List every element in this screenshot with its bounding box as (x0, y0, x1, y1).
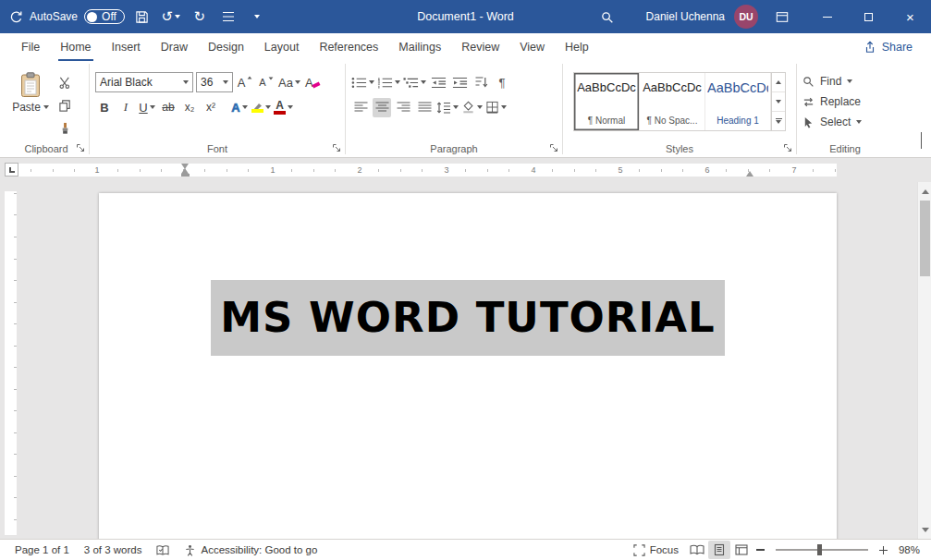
underline-button[interactable]: U (138, 98, 156, 117)
styles-more-button[interactable] (772, 112, 785, 130)
shading-button[interactable] (461, 98, 483, 117)
shrink-font-button[interactable]: A (257, 73, 276, 92)
autosave-toggle[interactable]: Off (84, 9, 125, 24)
search-icon[interactable] (596, 5, 619, 29)
styles-dialog-launcher[interactable] (783, 143, 792, 152)
horizontal-ruler[interactable]: 1 1 2 3 4 5 6 7 (18, 164, 837, 177)
ribbon-tab-bar: File Home Insert Draw Design Layout Refe… (0, 33, 931, 61)
quick-access-list-icon[interactable] (217, 5, 239, 29)
replace-button[interactable]: Replace (802, 92, 888, 111)
close-button[interactable]: × (889, 0, 931, 33)
focus-button[interactable]: Focus (626, 540, 686, 560)
page-number-status[interactable]: Page 1 of 1 (7, 540, 77, 560)
web-layout-button[interactable] (730, 541, 753, 559)
document-page[interactable]: MS WORD TUTORIAL (99, 193, 837, 539)
text-highlight-button[interactable] (251, 98, 271, 117)
zoom-slider[interactable] (776, 549, 868, 551)
word-count-status[interactable]: 3 of 3 words (77, 540, 150, 560)
share-button[interactable]: Share (864, 41, 931, 54)
align-left-button[interactable] (351, 98, 370, 117)
scrollbar-thumb[interactable] (920, 201, 930, 276)
read-mode-button[interactable] (686, 541, 708, 559)
change-case-button[interactable]: Aa (278, 73, 300, 92)
superscript-button[interactable]: x² (202, 98, 220, 117)
zoom-level[interactable]: 98% (891, 544, 924, 555)
numbering-button[interactable] (377, 73, 400, 92)
zoom-slider-thumb[interactable] (817, 544, 822, 555)
right-indent-marker[interactable] (746, 171, 753, 177)
minimize-button[interactable] (806, 0, 848, 33)
multilevel-list-button[interactable] (403, 73, 426, 92)
paragraph-dialog-launcher[interactable] (549, 143, 558, 152)
subscript-button[interactable]: x₂ (180, 98, 199, 117)
accessibility-label: Accessibility: Good to go (201, 544, 317, 555)
undo-button[interactable]: ↺ (160, 5, 182, 29)
find-button[interactable]: Find (802, 72, 888, 91)
tab-help[interactable]: Help (555, 33, 599, 61)
borders-button[interactable] (485, 98, 507, 117)
grow-font-button[interactable]: A (236, 73, 254, 92)
clipboard-dialog-launcher[interactable] (76, 143, 85, 152)
italic-button[interactable]: I (116, 98, 135, 117)
bullets-button[interactable] (351, 73, 374, 92)
align-center-button[interactable] (373, 98, 391, 117)
font-name-combo[interactable]: Arial Black (95, 72, 193, 92)
align-right-button[interactable] (394, 98, 412, 117)
accessibility-status[interactable]: Accessibility: Good to go (177, 540, 325, 560)
justify-button[interactable] (415, 98, 434, 117)
style-normal[interactable]: AaBbCcDc ¶ Normal (574, 73, 640, 130)
style-heading-1[interactable]: AaBbCcDd Heading 1 (705, 73, 771, 130)
select-button[interactable]: Select (802, 113, 888, 131)
font-color-button[interactable]: A (274, 98, 293, 117)
autosave-sync-icon (9, 10, 23, 24)
cut-button[interactable] (55, 73, 74, 92)
line-spacing-button[interactable] (436, 98, 459, 117)
customize-toolbar-button[interactable] (246, 5, 268, 29)
left-indent-marker[interactable] (181, 174, 190, 177)
ruler-number: 5 (616, 164, 624, 177)
tab-design[interactable]: Design (198, 33, 254, 61)
sort-button[interactable] (472, 73, 490, 92)
scroll-up-button[interactable] (918, 186, 931, 197)
copy-button[interactable] (55, 96, 74, 116)
tab-review[interactable]: Review (451, 33, 509, 61)
tab-draw[interactable]: Draw (151, 33, 198, 61)
zoom-in-button[interactable] (876, 540, 891, 560)
scroll-down-button[interactable] (918, 524, 931, 535)
tab-file[interactable]: File (11, 33, 50, 61)
vertical-ruler[interactable] (5, 191, 17, 535)
zoom-out-button[interactable] (753, 540, 768, 560)
tab-view[interactable]: View (509, 33, 555, 61)
selected-text[interactable]: MS WORD TUTORIAL (211, 280, 725, 356)
tab-mailings[interactable]: Mailings (388, 33, 451, 61)
tab-selector[interactable] (5, 163, 18, 177)
paste-button[interactable]: Paste (9, 72, 52, 139)
user-name[interactable]: Daniel Uchenna (646, 10, 725, 23)
font-dialog-launcher[interactable] (332, 143, 341, 152)
tab-layout[interactable]: Layout (254, 33, 310, 61)
ribbon-display-options-icon[interactable] (771, 5, 793, 29)
tab-references[interactable]: References (309, 33, 388, 61)
proofing-status[interactable] (149, 540, 177, 560)
styles-scroll-down-button[interactable] (772, 92, 785, 112)
show-hide-marks-button[interactable]: ¶ (493, 73, 511, 92)
avatar[interactable]: DU (734, 5, 758, 29)
font-size-combo[interactable]: 36 (196, 72, 233, 92)
strikethrough-button[interactable]: ab (159, 98, 178, 117)
redo-button[interactable]: ↻ (189, 5, 211, 29)
clear-formatting-button[interactable]: A (303, 73, 322, 92)
tab-home[interactable]: Home (50, 33, 101, 61)
save-button[interactable] (131, 5, 153, 29)
tab-insert[interactable]: Insert (102, 33, 151, 61)
print-layout-button[interactable] (708, 541, 730, 559)
format-painter-button[interactable] (55, 119, 74, 139)
collapse-ribbon-button[interactable] (921, 133, 922, 150)
style-no-spacing[interactable]: AaBbCcDc ¶ No Spac... (640, 73, 705, 130)
styles-scroll-up-button[interactable] (772, 73, 785, 92)
maximize-button[interactable] (848, 0, 889, 33)
decrease-indent-button[interactable] (429, 73, 447, 92)
text-effects-button[interactable]: A (230, 98, 249, 117)
vertical-scrollbar[interactable] (917, 182, 931, 539)
increase-indent-button[interactable] (450, 73, 469, 92)
bold-button[interactable]: B (95, 98, 114, 117)
